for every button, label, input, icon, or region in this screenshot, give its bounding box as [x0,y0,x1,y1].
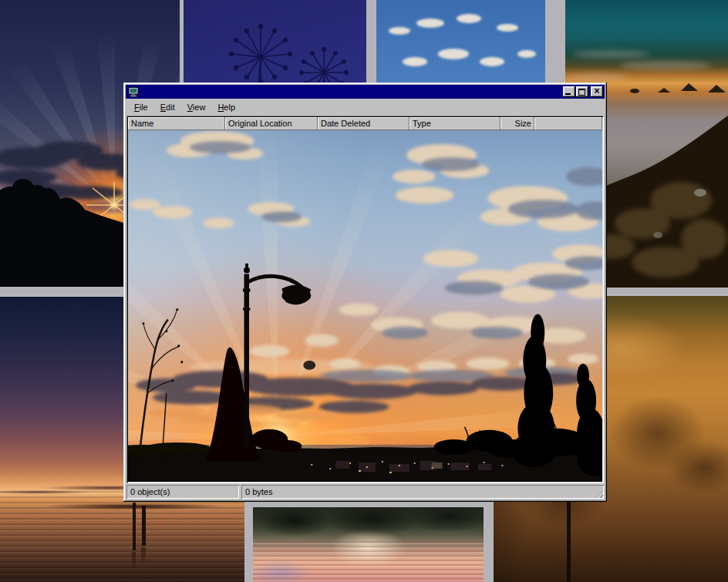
water-pole-reflection [132,552,136,574]
status-object-count: 0 object(s) [126,485,239,499]
system-menu-icon[interactable] [128,86,139,97]
column-header-filler[interactable] [534,117,602,130]
column-header-name[interactable]: Name [128,117,225,130]
close-icon: × [591,86,603,97]
maximize-button[interactable] [576,86,588,97]
window-titlebar[interactable]: × [126,85,605,99]
resize-grip[interactable] [594,489,603,498]
maximize-icon [578,89,585,96]
minimize-button[interactable] [563,86,575,97]
water-texture [0,491,244,582]
water-pole-reflection [141,547,146,566]
file-list-viewport[interactable] [128,130,602,482]
water-pole [142,506,146,546]
wallpaper-photo-water-reflection [253,507,484,582]
close-button[interactable]: × [591,86,603,97]
status-byte-count: 0 bytes [241,485,604,499]
amber-photo-pole [567,502,571,582]
column-header-date-deleted[interactable]: Date Deleted [318,117,410,130]
menu-item-help[interactable]: Help [211,101,241,114]
column-header-type[interactable]: Type [410,117,501,130]
sunset-photo-detail [128,130,602,482]
water-pole [133,503,136,550]
status-bar: 0 object(s) 0 bytes [126,485,604,499]
menu-bar: File Edit View Help [126,99,605,116]
recycle-bin-window: × File Edit View Help Name Original Loca… [123,82,607,502]
desktop: × File Edit View Help Name Original Loca… [0,0,728,582]
list-client-area: Name Original Location Date Deleted Type… [126,116,604,483]
column-header-size[interactable]: Size [501,117,534,130]
column-header-original-location[interactable]: Original Location [225,117,318,130]
ripple-texture [253,541,484,582]
status-byte-text: 0 bytes [245,487,272,496]
menu-item-view[interactable]: View [181,101,212,114]
menu-item-file[interactable]: File [128,101,154,114]
menu-item-edit[interactable]: Edit [154,101,181,114]
minimize-icon [565,93,571,95]
column-header-row: Name Original Location Date Deleted Type… [128,117,602,130]
